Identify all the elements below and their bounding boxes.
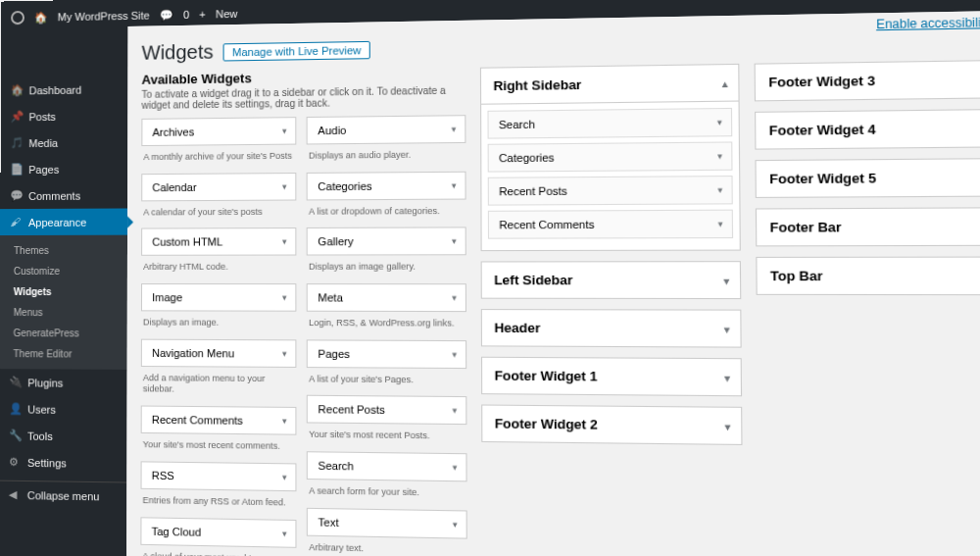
new-label[interactable]: New	[216, 8, 237, 20]
sidebar-item-comments[interactable]: 💬Comments	[0, 181, 127, 209]
available-widgets-desc: To activate a widget drag it to a sideba…	[141, 84, 465, 110]
available-widgets-title: Available Widgets	[142, 68, 466, 87]
live-preview-button[interactable]: Manage with Live Preview	[223, 40, 370, 61]
sub-menus[interactable]: Menus	[0, 302, 127, 323]
sidebar-item-media[interactable]: 🎵Media	[1, 128, 128, 156]
widget-area[interactable]: Right Sidebar	[480, 64, 740, 105]
available-widget[interactable]: Meta	[307, 283, 466, 312]
widget-area[interactable]: Footer Widget 2	[481, 404, 743, 444]
admin-sidebar: 🏠Dashboard 📌Posts 🎵Media 📄Pages 💬Comment…	[0, 26, 128, 556]
comment-icon: 💬	[10, 189, 23, 202]
widget-description: A list of your site's Pages.	[307, 370, 466, 397]
plugin-icon: 🔌	[9, 376, 22, 388]
sub-generatepress[interactable]: GeneratePress	[0, 323, 127, 344]
widget-description: Your site's most recent comments.	[141, 435, 297, 463]
widget-description: A search form for your site.	[307, 481, 466, 510]
active-widget[interactable]: Recent Posts	[487, 176, 733, 206]
sub-customize[interactable]: Customize	[0, 261, 127, 281]
available-widget[interactable]: Recent Posts	[307, 395, 466, 425]
available-widget[interactable]: Calendar	[141, 173, 296, 201]
widget-description: Arbitrary text.	[307, 538, 466, 556]
widget-area[interactable]: Header	[480, 309, 742, 348]
available-widgets-column-1: ArchivesA monthly archive of your site's…	[140, 117, 297, 556]
wordpress-icon[interactable]	[11, 11, 24, 25]
dashboard-icon: 🏠	[11, 83, 24, 96]
brush-icon: 🖌	[10, 216, 23, 228]
content-area: Widgets Manage with Live Preview Availab…	[126, 10, 980, 556]
widget-description: Displays an image gallery.	[307, 258, 466, 284]
widget-area[interactable]: Footer Widget 1	[481, 357, 743, 397]
available-widgets-column-2: AudioDisplays an audio player.Categories…	[307, 115, 467, 556]
appearance-submenu: Themes Customize Widgets Menus GenerateP…	[0, 235, 127, 370]
widget-area-content: SearchCategoriesRecent PostsRecent Comme…	[480, 102, 742, 252]
accessibility-mode-link[interactable]: Enable accessibility mode	[876, 15, 980, 31]
widget-description: Displays an image.	[141, 313, 297, 339]
sidebar-item-appearance[interactable]: 🖌Appearance	[0, 208, 127, 235]
sidebar-item-dashboard[interactable]: 🏠Dashboard	[1, 76, 128, 104]
available-widget[interactable]: Recent Comments	[141, 406, 297, 435]
available-widget[interactable]: Pages	[307, 339, 466, 369]
widget-description: Entries from any RSS or Atom feed.	[140, 491, 296, 520]
pin-icon: 📌	[11, 110, 24, 123]
available-widget[interactable]: Search	[307, 451, 466, 481]
sidebar-item-settings[interactable]: ⚙Settings	[0, 448, 126, 477]
available-widget[interactable]: Archives	[141, 117, 296, 146]
available-widget[interactable]: Custom HTML	[141, 227, 297, 256]
site-name[interactable]: My WordPress Site	[58, 10, 150, 24]
home-icon[interactable]: 🏠	[34, 11, 48, 24]
media-icon: 🎵	[11, 136, 24, 149]
widget-description: A list or dropdown of categories.	[307, 201, 466, 227]
active-widget[interactable]: Recent Comments	[488, 210, 734, 239]
available-widget[interactable]: Categories	[307, 171, 466, 200]
widget-areas-column-2: Footer Widget 3Footer Widget 4Footer Wid…	[755, 60, 980, 306]
sidebar-item-tools[interactable]: 🔧Tools	[0, 422, 127, 450]
widget-area[interactable]: Footer Widget 5	[756, 158, 980, 198]
widget-area[interactable]: Footer Widget 4	[755, 109, 980, 150]
available-widget[interactable]: RSS	[141, 461, 297, 491]
active-widget[interactable]: Categories	[487, 141, 733, 172]
available-widget[interactable]: Navigation Menu	[141, 338, 297, 367]
plus-icon[interactable]: +	[199, 8, 206, 20]
available-widget[interactable]: Text	[307, 508, 466, 539]
widget-description: Arbitrary HTML code.	[141, 258, 297, 283]
sub-themes[interactable]: Themes	[0, 240, 127, 261]
widget-area[interactable]: Top Bar	[757, 257, 980, 296]
sidebar-item-users[interactable]: 👤Users	[0, 395, 127, 423]
active-widget[interactable]: Search	[487, 108, 732, 139]
user-icon: 👤	[9, 402, 22, 415]
comments-icon[interactable]: 💬	[160, 9, 173, 22]
available-widget[interactable]: Audio	[307, 115, 466, 144]
available-widget[interactable]: Tag Cloud	[140, 517, 296, 548]
widget-description: A cloud of your most used tags.	[140, 546, 297, 556]
sidebar-item-plugins[interactable]: 🔌Plugins	[0, 369, 127, 396]
sidebar-collapse[interactable]: ◀Collapse menu	[0, 480, 126, 510]
collapse-icon: ◀	[9, 488, 22, 501]
widget-description: Add a navigation menu to your sidebar.	[141, 369, 297, 407]
settings-icon: ⚙	[9, 456, 22, 469]
widget-area[interactable]: Left Sidebar	[480, 261, 741, 299]
tool-icon: 🔧	[9, 429, 22, 441]
available-widget[interactable]: Image	[141, 283, 297, 312]
available-widget[interactable]: Gallery	[307, 227, 466, 256]
widget-description: Your site's most recent Posts.	[307, 426, 466, 453]
sub-widgets[interactable]: Widgets	[0, 281, 127, 302]
sub-theme-editor[interactable]: Theme Editor	[0, 343, 127, 365]
widget-description: Login, RSS, & WordPress.org links.	[307, 314, 466, 340]
widget-description: A calendar of your site's posts	[141, 202, 297, 228]
comments-count[interactable]: 0	[183, 9, 189, 21]
widget-areas-column-1: Right SidebarSearchCategoriesRecent Post…	[480, 64, 743, 456]
page-title: Widgets	[142, 41, 214, 65]
page-icon: 📄	[10, 163, 23, 176]
sidebar-item-posts[interactable]: 📌Posts	[1, 102, 128, 129]
widget-description: A monthly archive of your site's Posts	[141, 147, 296, 174]
sidebar-item-pages[interactable]: 📄Pages	[0, 155, 127, 182]
widget-area[interactable]: Footer Widget 3	[755, 60, 980, 102]
widget-area[interactable]: Footer Bar	[756, 207, 980, 246]
widget-description: Displays an audio player.	[307, 145, 466, 173]
